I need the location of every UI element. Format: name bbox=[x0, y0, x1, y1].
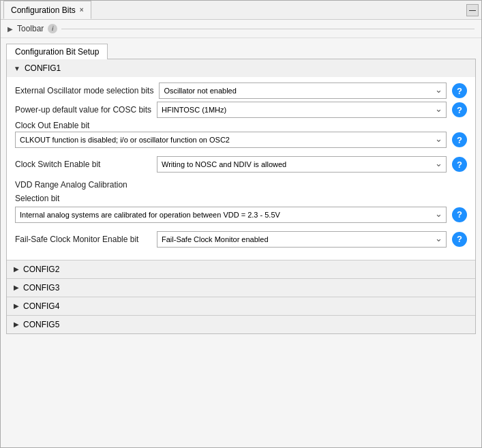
clock-out-row-inner: CLKOUT function is disabled; i/o or osci… bbox=[15, 132, 467, 148]
config1-header[interactable]: ▼ CONFIG1 bbox=[7, 59, 475, 77]
config1-label: CONFIG1 bbox=[25, 63, 61, 73]
failsafe-row: Fail-Safe Clock Monitor Enable bit Fail-… bbox=[15, 231, 467, 248]
config2-section: ▶ CONFIG2 bbox=[7, 260, 475, 279]
config4-section: ▶ CONFIG4 bbox=[7, 297, 475, 316]
config4-header[interactable]: ▶ CONFIG4 bbox=[7, 297, 475, 315]
title-bar: Configuration Bits × — bbox=[1, 1, 481, 20]
vdd-label-line1: VDD Range Analog Calibration bbox=[15, 179, 467, 191]
ext-osc-select-wrapper: Oscillator not enabled bbox=[159, 83, 447, 99]
clock-switch-select[interactable]: Writing to NOSC and NDIV is allowed bbox=[157, 156, 447, 173]
window-controls: — bbox=[466, 4, 479, 16]
failsafe-select-wrapper: Fail-Safe Clock Monitor enabled bbox=[157, 231, 447, 248]
failsafe-label: Fail-Safe Clock Monitor Enable bit bbox=[15, 235, 151, 244]
tab-close-button[interactable]: × bbox=[80, 6, 84, 14]
setup-tab[interactable]: Configuration Bit Setup bbox=[6, 44, 108, 59]
config5-label: CONFIG5 bbox=[23, 320, 59, 329]
ext-osc-label: External Oscillator mode selection bits bbox=[15, 86, 153, 95]
setup-body: ▼ CONFIG1 External Oscillator mode selec… bbox=[6, 59, 476, 334]
clock-switch-help-button[interactable]: ? bbox=[452, 157, 467, 172]
tab-label: Configuration Bits bbox=[11, 5, 76, 15]
main-window: Configuration Bits × — ▶ Toolbar i Confi… bbox=[0, 0, 482, 448]
powerup-label: Power-up default value for COSC bits bbox=[15, 105, 151, 115]
config-bits-tab[interactable]: Configuration Bits × bbox=[3, 1, 91, 19]
toolbar-label: Toolbar bbox=[17, 24, 44, 33]
config3-header[interactable]: ▶ CONFIG3 bbox=[7, 279, 475, 297]
clock-out-help-button[interactable]: ? bbox=[452, 132, 467, 147]
clock-out-select-wrapper: CLKOUT function is disabled; i/o or osci… bbox=[15, 132, 447, 148]
vdd-help-button[interactable]: ? bbox=[452, 207, 467, 222]
config1-body: External Oscillator mode selection bits … bbox=[7, 77, 475, 260]
clock-out-select[interactable]: CLKOUT function is disabled; i/o or osci… bbox=[15, 132, 447, 148]
ext-osc-row: External Oscillator mode selection bits … bbox=[15, 83, 467, 99]
config3-arrow: ▶ bbox=[14, 284, 19, 291]
config3-label: CONFIG3 bbox=[23, 283, 59, 293]
config4-arrow: ▶ bbox=[14, 302, 19, 310]
ext-osc-help-button[interactable]: ? bbox=[452, 83, 467, 98]
vdd-select[interactable]: Internal analog systems are calibrated f… bbox=[15, 207, 447, 223]
config2-label: CONFIG2 bbox=[23, 265, 59, 274]
config5-arrow: ▶ bbox=[14, 320, 19, 328]
ext-osc-select[interactable]: Oscillator not enabled bbox=[159, 83, 447, 99]
powerup-select-wrapper: HFINTOSC (1MHz) bbox=[157, 102, 447, 118]
vdd-row-inner: Internal analog systems are calibrated f… bbox=[15, 207, 467, 223]
clock-switch-label: Clock Switch Enable bit bbox=[15, 160, 151, 169]
toolbar-divider bbox=[61, 29, 475, 29]
config2-header[interactable]: ▶ CONFIG2 bbox=[7, 260, 475, 278]
clock-switch-row: Clock Switch Enable bit Writing to NOSC … bbox=[15, 156, 467, 173]
content-area: Configuration Bit Setup ▼ CONFIG1 Extern… bbox=[1, 38, 481, 447]
spacer4 bbox=[15, 250, 467, 254]
clock-out-row: Clock Out Enable bit CLKOUT function is … bbox=[15, 121, 467, 148]
vdd-row: VDD Range Analog Calibration Selection b… bbox=[15, 179, 467, 223]
setup-tab-header: Configuration Bit Setup bbox=[6, 44, 476, 59]
clock-switch-select-wrapper: Writing to NOSC and NDIV is allowed bbox=[157, 156, 447, 173]
powerup-select[interactable]: HFINTOSC (1MHz) bbox=[157, 102, 447, 118]
config3-section: ▶ CONFIG3 bbox=[7, 279, 475, 297]
failsafe-help-button[interactable]: ? bbox=[452, 232, 467, 247]
powerup-row: Power-up default value for COSC bits HFI… bbox=[15, 102, 467, 118]
clock-out-label: Clock Out Enable bit bbox=[15, 121, 467, 130]
toolbar-info-icon[interactable]: i bbox=[48, 24, 57, 33]
config1-arrow: ▼ bbox=[14, 65, 20, 72]
config1-section: ▼ CONFIG1 External Oscillator mode selec… bbox=[7, 59, 475, 260]
toolbar-row: ▶ Toolbar i bbox=[1, 20, 481, 38]
powerup-help-button[interactable]: ? bbox=[452, 102, 467, 117]
config5-section: ▶ CONFIG5 bbox=[7, 316, 475, 333]
vdd-label-line2: Selection bit bbox=[15, 193, 467, 205]
toolbar-expand-arrow[interactable]: ▶ bbox=[7, 25, 13, 33]
setup-tab-label: Configuration Bit Setup bbox=[15, 47, 99, 57]
minimize-button[interactable]: — bbox=[466, 4, 479, 16]
config5-header[interactable]: ▶ CONFIG5 bbox=[7, 316, 475, 333]
failsafe-select[interactable]: Fail-Safe Clock Monitor enabled bbox=[157, 231, 447, 248]
tab-strip: Configuration Bits × bbox=[3, 1, 91, 19]
vdd-select-wrapper: Internal analog systems are calibrated f… bbox=[15, 207, 447, 223]
config4-label: CONFIG4 bbox=[23, 301, 59, 311]
config2-arrow: ▶ bbox=[14, 265, 19, 273]
